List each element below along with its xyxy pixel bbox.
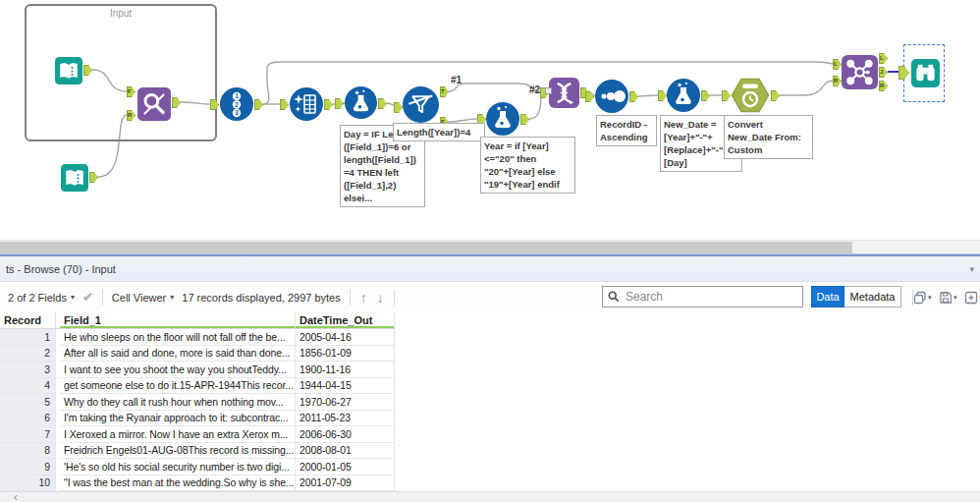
tool-find-replace[interactable] — [137, 87, 171, 121]
record-cell[interactable]: 3 — [0, 362, 56, 378]
table-row[interactable]: 9'He's so old his social security number… — [0, 459, 395, 475]
search-box[interactable] — [602, 286, 803, 307]
table-row[interactable]: 6I'm taking the Ryanair approach to it: … — [0, 411, 395, 427]
column-header-datetime-out[interactable]: DateTime_Out — [296, 312, 395, 328]
join-icon — [842, 55, 878, 89]
scroll-left-icon[interactable]: ‹ — [0, 492, 18, 502]
record-cell[interactable]: 5 — [0, 394, 56, 411]
search-input[interactable] — [624, 289, 797, 305]
table-row[interactable]: 2After all is said and done, more is sai… — [0, 346, 395, 363]
workflow-canvas[interactable]: Input — [0, 0, 980, 240]
table-row[interactable]: 10"I was the best man at the wedding.So … — [0, 475, 395, 492]
tool-browse[interactable] — [911, 59, 940, 87]
record-cell[interactable]: 1 — [0, 329, 56, 346]
record-cell[interactable]: 7 — [0, 426, 56, 443]
toolbar-separator — [102, 290, 103, 306]
table-horizontal-scrollbar[interactable]: ‹ — [0, 491, 980, 502]
annotation-datetime[interactable]: Convert New_Date From: Custom — [724, 115, 813, 159]
datetime-out-cell[interactable]: 2008-08-01 — [296, 443, 395, 460]
datetime-out-cell[interactable]: 2001-07-09 — [296, 475, 395, 492]
record-cell[interactable]: 4 — [0, 378, 56, 395]
table-row[interactable]: 7I Xeroxed a mirror. Now I have an extra… — [0, 426, 395, 443]
datetime-out-cell[interactable]: 1900-11-16 — [296, 362, 395, 378]
anchor-letter: L — [834, 61, 838, 67]
new-window-button[interactable]: ▾ — [964, 291, 980, 305]
results-table-header: Record Field_1 DateTime_Out — [0, 312, 395, 329]
tool-sort[interactable] — [595, 80, 628, 113]
tool-container-input[interactable]: Input — [25, 4, 217, 141]
apply-check-icon[interactable]: ✔ — [79, 290, 97, 305]
column-header-field1[interactable]: Field_1 — [60, 312, 296, 328]
field1-cell[interactable]: After all is said and done, more is said… — [60, 346, 296, 363]
tool-filter[interactable] — [403, 86, 439, 123]
field1-cell[interactable]: "I was the best man at the wedding.So wh… — [60, 475, 296, 492]
column-header-record[interactable]: Record — [0, 312, 56, 328]
field1-cell[interactable]: get someone else to do it.15-APR-1944Thi… — [60, 378, 296, 395]
field1-cell[interactable]: I Xeroxed a mirror. Now I have an extra … — [60, 426, 296, 443]
record-cell[interactable]: 8 — [0, 443, 56, 460]
datetime-out-cell[interactable]: 2011-05-23 — [296, 411, 395, 427]
results-table-rows: 1He who sleeps on the floor will not fal… — [0, 329, 395, 491]
table-row[interactable]: 5Why do they call it rush hour when noth… — [0, 394, 395, 411]
canvas-horizontal-scrollbar[interactable] — [0, 240, 980, 253]
record-id-icon: 1 2 3 — [220, 87, 253, 121]
connection-wire[interactable] — [638, 95, 659, 96]
data-view-button[interactable]: Data — [811, 286, 844, 307]
record-cell[interactable]: 2 — [0, 346, 56, 363]
tool-union[interactable] — [549, 78, 579, 108]
field1-cell[interactable]: He who sleeps on the floor will not fall… — [60, 329, 296, 346]
datetime-icon — [731, 78, 770, 113]
datetime-out-cell[interactable]: 2000-01-05 — [296, 459, 395, 475]
annotation-formula-year[interactable]: Year = if [Year] <="20" then "20"+[Year]… — [480, 137, 575, 194]
connection-wire[interactable] — [449, 119, 478, 122]
field1-cell[interactable]: 'He's so old his social security number … — [60, 459, 296, 475]
find-replace-icon — [137, 87, 171, 121]
tool-formula-newdate[interactable] — [667, 79, 700, 112]
panel-menu-caret-icon[interactable]: ▾ — [969, 264, 974, 274]
field1-cell[interactable]: Why do they call it rush hour when nothi… — [60, 394, 296, 411]
record-cell[interactable]: 6 — [0, 411, 56, 427]
tool-datetime[interactable] — [731, 78, 770, 113]
datetime-out-cell[interactable]: 1970-06-27 — [296, 394, 395, 411]
save-button[interactable]: ▾ — [939, 291, 957, 305]
table-row[interactable]: 8Freidrich Engels01-AUG-08This record is… — [0, 443, 395, 460]
datetime-out-cell[interactable]: 2006-06-30 — [296, 426, 395, 443]
copy-button[interactable]: ▾ — [913, 291, 932, 305]
browse-icon — [911, 59, 940, 87]
annotation-sort[interactable]: RecordID - Ascending — [596, 115, 657, 146]
field1-cell[interactable]: I want to see you shoot the way you shou… — [60, 362, 296, 378]
datetime-out-cell[interactable]: 1944-04-15 — [296, 378, 395, 395]
tool-formula-day[interactable] — [345, 86, 377, 119]
scroll-up-button[interactable]: ↑ — [355, 290, 372, 306]
column-header-label: DateTime_Out — [299, 314, 372, 326]
connection-label-1: #1 — [451, 75, 462, 85]
cell-viewer-dropdown[interactable]: Cell Viewer ▾ — [108, 292, 178, 304]
record-cell[interactable]: 9 — [0, 459, 56, 475]
tool-data-cleansing[interactable] — [290, 87, 323, 121]
scrollbar-thumb[interactable] — [0, 242, 852, 253]
tool-formula-year[interactable] — [486, 102, 519, 136]
toolbar-separator — [350, 290, 351, 306]
metadata-view-button[interactable]: Metadata — [844, 286, 901, 307]
connection-wire[interactable] — [449, 84, 542, 92]
datetime-out-cell[interactable]: 1856-01-09 — [296, 346, 395, 363]
svg-text:2: 2 — [235, 101, 239, 108]
table-row[interactable]: 1He who sleeps on the floor will not fal… — [0, 329, 395, 346]
datetime-out-cell[interactable]: 2005-04-16 — [296, 329, 395, 346]
annotation-filter[interactable]: Length([Year])=4 — [393, 123, 485, 141]
scroll-down-button[interactable]: ↓ — [372, 290, 389, 306]
svg-text:1: 1 — [235, 92, 239, 99]
tool-input-data-2[interactable] — [61, 164, 88, 192]
input-data-icon — [61, 164, 88, 192]
tool-join[interactable] — [842, 55, 878, 89]
table-row[interactable]: 3I want to see you shoot the way you sho… — [0, 362, 395, 378]
table-row[interactable]: 4get someone else to do it.15-APR-1944Th… — [0, 378, 395, 395]
tool-record-id[interactable]: 1 2 3 — [220, 87, 253, 121]
record-cell[interactable]: 10 — [0, 475, 56, 492]
connection-wire[interactable] — [780, 81, 834, 95]
field1-cell[interactable]: I'm taking the Ryanair approach to it: s… — [60, 411, 296, 427]
tool-input-data-1[interactable] — [55, 57, 82, 84]
fields-dropdown[interactable]: 2 of 2 Fields ▾ — [0, 292, 79, 304]
field1-cell[interactable]: Freidrich Engels01-AUG-08This record is … — [60, 443, 296, 460]
results-panel-tab[interactable]: ts - Browse (70) - Input ▾ — [0, 256, 980, 282]
